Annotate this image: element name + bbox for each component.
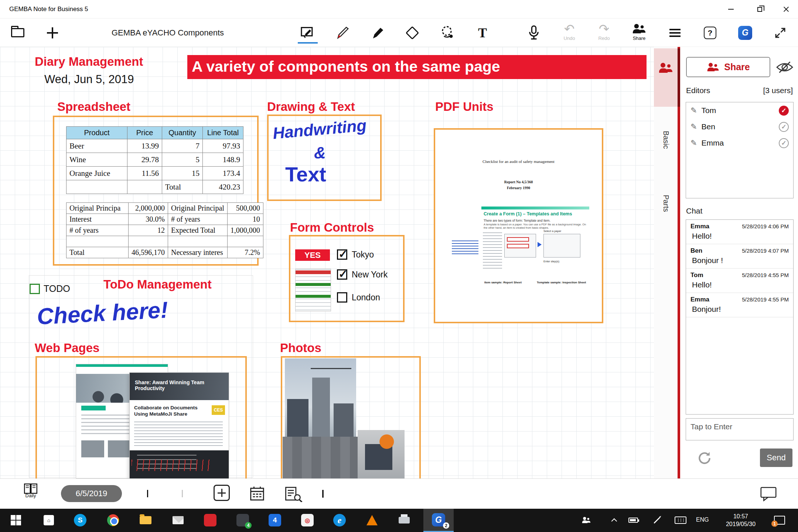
undo-button[interactable]: ↶ Undo xyxy=(557,18,581,47)
tab-collaboration[interactable] xyxy=(654,48,678,107)
eraser-tool-button[interactable] xyxy=(400,18,424,47)
redo-button[interactable]: ↷ Redo xyxy=(592,18,616,47)
app-button-blue[interactable]: 4 xyxy=(267,513,282,528)
chat-message[interactable]: Tom5/28/2019 4:55 PM Hello! xyxy=(686,269,793,293)
chat-input[interactable] xyxy=(686,418,794,440)
editor-row[interactable]: ✎ Emma xyxy=(686,135,793,151)
lasso-tool-button[interactable] xyxy=(436,18,460,47)
page-list-button[interactable] xyxy=(284,486,303,502)
newyork-checkbox[interactable] xyxy=(337,269,347,280)
gemba-logo-icon xyxy=(738,26,752,40)
close-button[interactable] xyxy=(774,0,798,18)
pen-tray-button[interactable] xyxy=(649,513,664,528)
chat-message[interactable]: Ben5/28/2019 4:07 PM Bonjour ! xyxy=(686,244,793,269)
product-table[interactable]: Product Price Quantity Line Total Beer13… xyxy=(66,126,243,194)
yes-stamp[interactable]: YES xyxy=(295,249,330,261)
start-button[interactable] xyxy=(8,513,23,528)
help-button[interactable] xyxy=(698,18,722,47)
account-app-button[interactable] xyxy=(733,18,757,47)
touch-keyboard-button[interactable] xyxy=(673,513,688,528)
tokyo-checkbox[interactable] xyxy=(337,249,347,260)
handwriting-text-word: Text xyxy=(285,162,326,186)
construction-photo xyxy=(285,358,356,447)
printer-app-button[interactable] xyxy=(397,513,412,528)
editor-idle-check-icon[interactable] xyxy=(779,138,789,148)
text-tool-button[interactable]: T xyxy=(471,18,494,47)
mail-app-button[interactable] xyxy=(171,513,185,528)
form-heading: Form Controls xyxy=(290,221,374,235)
todo-checkbox[interactable] xyxy=(30,284,40,294)
previous-page-button[interactable] xyxy=(147,490,148,497)
comment-button[interactable] xyxy=(760,485,777,502)
refresh-button[interactable] xyxy=(696,450,713,466)
swipe-eraser-button[interactable] xyxy=(322,491,324,497)
loan-table[interactable]: Original Principa2,000,000Original Princ… xyxy=(66,202,263,258)
people-icon xyxy=(582,517,590,524)
next-page-button[interactable] xyxy=(182,490,183,497)
tab-parts[interactable]: Parts xyxy=(662,195,670,212)
table-row xyxy=(66,236,263,247)
marker-tool-button[interactable] xyxy=(365,18,389,47)
add-page-button[interactable] xyxy=(214,485,230,501)
editor-row[interactable]: ✎ Ben xyxy=(686,119,793,135)
chat-message[interactable]: Emma5/28/2019 4:55 PM Bonjour! xyxy=(686,293,793,317)
show-hidden-icons-button[interactable] xyxy=(607,513,622,528)
calendar-button[interactable] xyxy=(249,485,266,502)
file-explorer-button[interactable] xyxy=(138,513,153,528)
skype-app-button[interactable]: S xyxy=(73,513,88,528)
fullscreen-button[interactable] xyxy=(768,18,792,47)
pdf-slide: Create a Form (1) – Templates and Items … xyxy=(481,207,589,286)
chevron-up-icon xyxy=(611,518,617,524)
edge-app-button[interactable]: e xyxy=(332,513,347,528)
mini-document-thumbnail xyxy=(295,269,331,311)
store-app-button[interactable]: ⌂ xyxy=(41,513,56,528)
share-toolbar-button[interactable]: Share xyxy=(627,18,651,47)
chat-message[interactable]: Emma5/28/2019 4:06 PM Hello! xyxy=(686,220,793,244)
expand-icon xyxy=(774,26,787,40)
gemba-app-button-active[interactable]: 2 xyxy=(423,509,454,532)
editors-title: Editors xyxy=(686,86,710,95)
menu-button[interactable] xyxy=(663,18,687,47)
chrome-app-button[interactable] xyxy=(106,513,120,528)
pdf-heading: PDF Units xyxy=(435,100,494,114)
chat-list[interactable]: Emma5/28/2019 4:06 PM Hello! Ben5/28/201… xyxy=(686,219,794,415)
slide-caption2: Template sample: Inspection Sheet xyxy=(537,281,586,284)
minimize-button[interactable] xyxy=(719,0,743,18)
add-note-button[interactable] xyxy=(41,18,64,47)
tab-basic[interactable]: Basic xyxy=(662,131,670,149)
app-button-red[interactable] xyxy=(203,513,218,528)
chevron-left-icon xyxy=(147,490,148,497)
app-button-white[interactable]: ◎ xyxy=(300,513,315,528)
clock[interactable]: 10:57 2019/05/30 xyxy=(719,512,763,528)
vlc-app-button[interactable] xyxy=(365,513,379,528)
london-checkbox[interactable] xyxy=(337,292,347,303)
input-language-button[interactable]: ENG xyxy=(696,516,709,523)
note-canvas[interactable]: Diary Management Wed, Jun 5, 2019 A vari… xyxy=(0,47,654,478)
undo-icon: ↶ xyxy=(564,23,575,34)
editor-row[interactable]: ✎ Tom xyxy=(686,102,793,119)
slide-label1: Select a paper xyxy=(543,229,561,233)
document-title[interactable]: GEMBA eYACHO Components xyxy=(112,18,224,47)
people-tray-button[interactable] xyxy=(579,513,594,528)
action-center-button[interactable]: 1 xyxy=(772,513,787,528)
battery-tray-button[interactable] xyxy=(626,513,641,528)
panel-divider[interactable] xyxy=(678,47,680,478)
form-option-row: Tokyo xyxy=(337,249,374,260)
app-button-badged[interactable]: 4 xyxy=(235,513,250,528)
slide-list xyxy=(483,232,502,269)
send-button[interactable]: Send xyxy=(760,449,792,467)
hide-panel-button[interactable] xyxy=(775,59,794,75)
view-daily-button[interactable]: Daily xyxy=(20,482,41,498)
share-button[interactable]: Share xyxy=(686,57,770,77)
maximize-button[interactable] xyxy=(748,0,771,18)
open-folder-button[interactable] xyxy=(6,18,30,47)
pdf-unit[interactable]: Checklist for an audit of safety managem… xyxy=(434,128,603,323)
clock-time: 10:57 xyxy=(719,512,763,520)
banner-text[interactable]: A variety of components on the same page xyxy=(187,55,647,79)
editor-active-check-icon[interactable] xyxy=(779,106,789,116)
current-date-button[interactable]: 6/5/2019 xyxy=(61,485,122,502)
store-bag-icon: ⌂ xyxy=(44,515,54,525)
editor-idle-check-icon[interactable] xyxy=(779,122,789,132)
pen-tool-button[interactable] xyxy=(330,18,354,47)
voice-memo-button[interactable] xyxy=(522,18,546,47)
